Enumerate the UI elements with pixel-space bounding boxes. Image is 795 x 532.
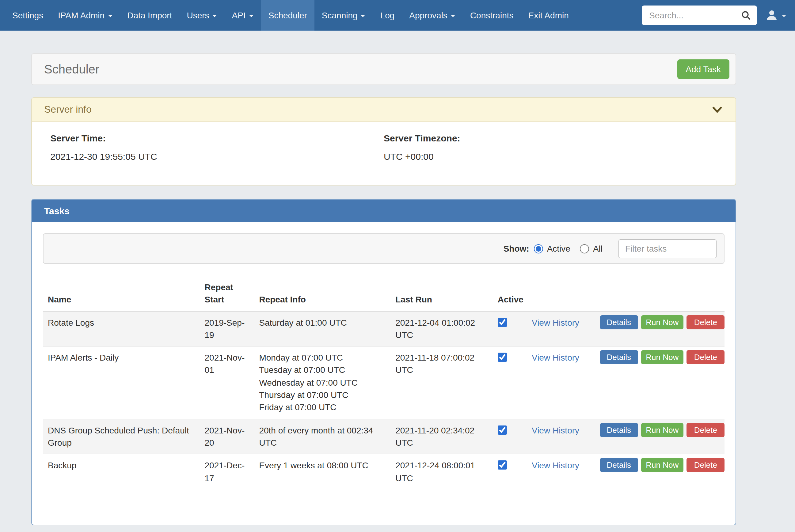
repeat-info-line: Thursday at 07:00 UTC xyxy=(259,389,385,401)
page-title: Scheduler xyxy=(44,62,99,76)
server-time-label: Server Time: xyxy=(50,133,384,143)
task-name-cell: Rotate Logs xyxy=(43,311,200,346)
show-active-option[interactable]: Active xyxy=(534,244,570,253)
repeat-info-line: Wednesday at 07:00 UTC xyxy=(259,377,385,389)
navbar: SettingsIPAM AdminData ImportUsersAPISch… xyxy=(0,0,795,31)
main-content: Scheduler Add Task Server info Server Ti… xyxy=(31,53,736,525)
view-history-link[interactable]: View History xyxy=(532,461,579,471)
details-button[interactable]: Details xyxy=(600,458,638,472)
repeat-info-line: Every 1 weeks at 08:00 UTC xyxy=(259,459,385,472)
view-history-link[interactable]: View History xyxy=(532,425,579,435)
details-button[interactable]: Details xyxy=(600,315,638,329)
chevron-down-icon xyxy=(451,15,455,17)
nav-item-constraints[interactable]: Constraints xyxy=(463,0,521,31)
column-header-repeat-start: Repeat Start xyxy=(200,276,254,311)
nav-item-api[interactable]: API xyxy=(225,0,261,31)
delete-button[interactable]: Delete xyxy=(687,350,724,364)
task-active-cell xyxy=(493,346,527,419)
active-checkbox[interactable] xyxy=(498,318,507,327)
delete-button[interactable]: Delete xyxy=(687,315,724,329)
active-checkbox[interactable] xyxy=(498,353,507,362)
details-button[interactable]: Details xyxy=(600,350,638,364)
filter-tasks-input[interactable] xyxy=(618,239,717,258)
task-actions-cell: DetailsRun NowDelete xyxy=(595,346,724,419)
column-header-repeat-info: Repeat Info xyxy=(254,276,391,311)
delete-button[interactable]: Delete xyxy=(687,458,724,472)
task-row: IPAM Alerts - Daily2021-Nov-01Monday at … xyxy=(43,346,724,419)
tasks-filter-bar: Show: Active All xyxy=(43,233,724,264)
view-history-link[interactable]: View History xyxy=(532,353,579,362)
all-radio-label: All xyxy=(593,244,602,253)
chevron-down-icon xyxy=(361,15,366,17)
tasks-panel-body: Show: Active All xyxy=(32,222,736,525)
task-name-cell: DNS Group Scheduled Push: Default Group xyxy=(43,419,200,454)
run-now-button[interactable]: Run Now xyxy=(641,315,684,329)
nav-item-exit-admin[interactable]: Exit Admin xyxy=(521,0,576,31)
nav-item-label: Users xyxy=(187,11,209,20)
column-header-actions xyxy=(595,276,724,311)
repeat-info-line: Friday at 07:00 UTC xyxy=(259,401,385,414)
search-group xyxy=(642,5,757,25)
add-task-button[interactable]: Add Task xyxy=(677,59,729,79)
nav-item-label: Exit Admin xyxy=(528,11,569,20)
nav-item-users[interactable]: Users xyxy=(179,0,224,31)
navbar-items: SettingsIPAM AdminData ImportUsersAPISch… xyxy=(0,0,576,31)
task-row: DNS Group Scheduled Push: Default Group2… xyxy=(43,419,724,454)
nav-item-label: Scheduler xyxy=(269,11,307,20)
run-now-button[interactable]: Run Now xyxy=(641,423,684,437)
server-info-header[interactable]: Server info xyxy=(32,98,736,122)
details-button[interactable]: Details xyxy=(600,423,638,437)
active-checkbox[interactable] xyxy=(498,461,507,470)
task-name-cell: IPAM Alerts - Daily xyxy=(43,346,200,419)
task-history-cell: View History xyxy=(527,346,595,419)
delete-button[interactable]: Delete xyxy=(687,423,724,437)
column-header-last-run: Last Run xyxy=(391,276,493,311)
view-history-link[interactable]: View History xyxy=(532,318,579,327)
nav-item-label: Log xyxy=(380,11,395,20)
task-actions-cell: DetailsRun NowDelete xyxy=(595,311,724,346)
collapse-chevron-icon[interactable] xyxy=(712,106,722,113)
nav-item-data-import[interactable]: Data Import xyxy=(120,0,179,31)
task-name-cell: Backup xyxy=(43,454,200,489)
task-history-cell: View History xyxy=(527,419,595,454)
task-repeat-start-cell: 2019-Sep-19 xyxy=(200,311,254,346)
page-header-panel: Scheduler Add Task xyxy=(31,53,736,85)
chevron-down-icon xyxy=(212,15,217,17)
task-repeat-info-cell: 20th of every month at 002:34 UTC xyxy=(254,419,391,454)
chevron-down-icon xyxy=(781,15,787,17)
user-icon xyxy=(765,10,778,21)
task-repeat-start-cell: 2021-Dec-17 xyxy=(200,454,254,489)
table-header-row: Name Repeat Start Repeat Info Last Run A… xyxy=(43,276,724,311)
all-radio[interactable] xyxy=(580,244,589,253)
nav-item-approvals[interactable]: Approvals xyxy=(402,0,463,31)
tasks-table-body: Rotate Logs2019-Sep-19Saturday at 01:00 … xyxy=(43,311,724,489)
show-label: Show: xyxy=(504,244,529,253)
repeat-info-line: 20th of every month at 002:34 UTC xyxy=(259,424,385,449)
tasks-panel: Tasks Show: Active All xyxy=(31,199,736,525)
run-now-button[interactable]: Run Now xyxy=(641,458,684,472)
user-menu-button[interactable] xyxy=(757,10,790,21)
task-active-cell xyxy=(493,454,527,489)
column-header-name: Name xyxy=(43,276,200,311)
task-active-cell xyxy=(493,419,527,454)
task-last-run-cell: 2021-11-20 02:34:02 UTC xyxy=(391,419,493,454)
task-last-run-cell: 2021-11-18 07:00:02 UTC xyxy=(391,346,493,419)
server-timezone-value: UTC +00:00 xyxy=(384,151,717,162)
task-active-cell xyxy=(493,311,527,346)
nav-item-log[interactable]: Log xyxy=(373,0,402,31)
search-input[interactable] xyxy=(642,5,734,25)
nav-item-ipam-admin[interactable]: IPAM Admin xyxy=(51,0,120,31)
active-radio[interactable] xyxy=(534,244,543,253)
run-now-button[interactable]: Run Now xyxy=(641,350,684,364)
nav-item-scheduler[interactable]: Scheduler xyxy=(261,0,314,31)
show-all-option[interactable]: All xyxy=(580,244,602,253)
task-repeat-info-cell: Monday at 07:00 UTCTuesday at 07:00 UTCW… xyxy=(254,346,391,419)
search-button[interactable] xyxy=(734,5,757,25)
nav-item-scanning[interactable]: Scanning xyxy=(314,0,373,31)
nav-item-label: Data Import xyxy=(127,11,172,20)
task-actions-cell: DetailsRun NowDelete xyxy=(595,454,724,489)
nav-item-label: Approvals xyxy=(409,11,448,20)
active-checkbox[interactable] xyxy=(498,425,507,434)
nav-item-label: Scanning xyxy=(322,11,358,20)
nav-item-settings[interactable]: Settings xyxy=(5,0,51,31)
